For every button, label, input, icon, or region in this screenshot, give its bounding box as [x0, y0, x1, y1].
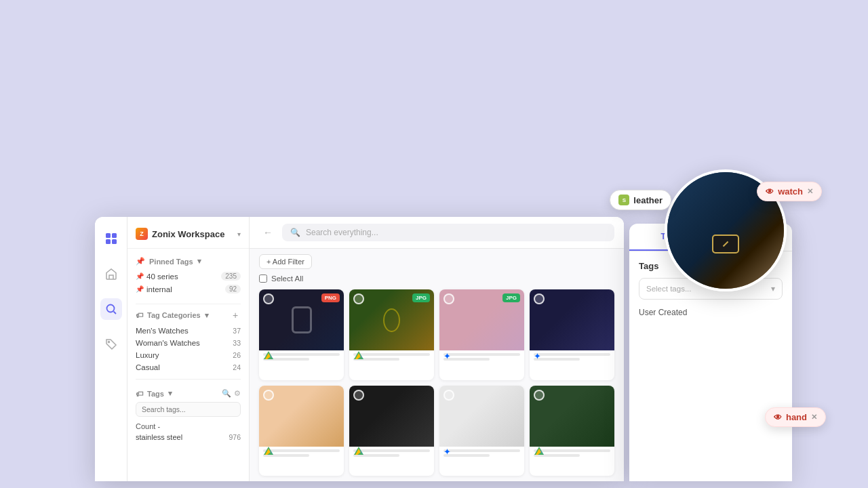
back-button[interactable]: ←: [259, 226, 277, 239]
category-casual[interactable]: Casual 24: [127, 361, 249, 373]
eye-icon-watch: 👁: [766, 187, 774, 197]
close-watch-tag[interactable]: ✕: [807, 187, 813, 196]
pinned-item-40series[interactable]: 📌 40 series 235: [136, 270, 241, 283]
nav-search-icon[interactable]: [100, 298, 122, 320]
user-created-label: User Created: [639, 308, 783, 317]
tags-header: 🏷 Tags ▾ 🔍 ⚙: [136, 389, 241, 398]
dropbox-icon-7: ✦: [443, 447, 451, 457]
search-tags-icon[interactable]: 🔍: [222, 389, 231, 398]
select-checkbox-1[interactable]: [263, 293, 274, 304]
svg-rect-3: [112, 239, 117, 244]
select-checkbox-2[interactable]: [353, 293, 364, 304]
divider-1: [136, 304, 241, 304]
select-checkbox-8[interactable]: [534, 390, 545, 401]
image-card-3[interactable]: JPG ✦: [439, 289, 524, 380]
image-card-5[interactable]: [259, 386, 344, 476]
select-checkbox-7[interactable]: [443, 390, 454, 401]
workspace-chevron-icon: ▾: [237, 230, 241, 238]
dropbox-icon-4: ✦: [534, 351, 541, 361]
format-badge-1: PNG: [321, 293, 340, 302]
drive-icon-2: [353, 350, 364, 361]
select-checkbox-6[interactable]: [353, 390, 364, 401]
filter-row: + Add Filter: [250, 249, 624, 274]
select-checkbox-3[interactable]: [443, 293, 454, 304]
svg-point-4: [106, 305, 114, 312]
search-bar: ← 🔍 Search everything...: [250, 217, 624, 249]
select-checkbox-4[interactable]: [534, 293, 545, 304]
pinned-tags-header[interactable]: 📌 Pinned Tags ▾: [136, 257, 241, 266]
image-card-6[interactable]: [349, 386, 434, 476]
main-content: ← 🔍 Search everything... + Add Filter Se…: [250, 217, 624, 481]
close-hand-tag[interactable]: ✕: [811, 413, 817, 422]
app-window: Z Zonix Workspace ▾ 📌 Pinned Tags ▾ 📌 40…: [95, 217, 624, 481]
drive-icon-6: [353, 446, 364, 457]
workspace-header[interactable]: Z Zonix Workspace ▾: [127, 225, 249, 249]
add-filter-button[interactable]: + Add Filter: [259, 254, 312, 269]
category-womens[interactable]: Woman's Watches 33: [127, 337, 249, 349]
pinned-item-internal[interactable]: 📌 internal 92: [136, 283, 241, 296]
drive-icon-1: [263, 350, 274, 361]
shopify-icon: S: [618, 195, 629, 205]
eye-icon-hand: 👁: [774, 413, 782, 422]
category-mens[interactable]: Men's Watches 37: [127, 325, 249, 337]
image-card-4[interactable]: ✦: [530, 289, 614, 380]
nav-grid-icon[interactable]: [100, 228, 122, 249]
search-placeholder: Search everything...: [306, 228, 606, 237]
pin-icon-2: 📌: [136, 285, 144, 293]
image-card-1[interactable]: PNG: [259, 289, 344, 380]
svg-rect-0: [106, 233, 111, 238]
search-input-wrap[interactable]: 🔍 Search everything...: [282, 224, 614, 241]
pinned-tags-section: 📌 Pinned Tags ▾ 📌 40 series 235 📌 intern…: [127, 254, 249, 298]
search-tags-input[interactable]: [136, 402, 241, 417]
tag-categories-header[interactable]: 🏷 Tag Categories ▾ +: [127, 310, 249, 325]
stainless-item[interactable]: stainless steel 976: [136, 432, 241, 443]
format-badge-2: JPG: [412, 293, 430, 302]
workspace-icon: Z: [136, 228, 148, 240]
category-luxury[interactable]: Luxury 26: [127, 349, 249, 361]
card-meta-4: [530, 350, 614, 365]
drive-icon-8: [534, 446, 545, 457]
select-all-checkbox[interactable]: [259, 274, 267, 283]
workspace-name-label: Zonix Workspace: [152, 229, 224, 239]
card-meta-3: [439, 350, 524, 365]
tag-watch-bubble[interactable]: 👁 watch ✕: [757, 182, 822, 201]
image-card-8[interactable]: [530, 386, 614, 476]
tag-hand-bubble[interactable]: 👁 hand ✕: [765, 407, 826, 427]
nav-tag-icon[interactable]: [100, 333, 122, 355]
svg-rect-2: [106, 239, 111, 244]
svg-point-5: [108, 342, 109, 343]
card-meta-7: [439, 447, 524, 462]
settings-tags-icon[interactable]: ⚙: [234, 389, 241, 398]
nav-home-icon[interactable]: [100, 263, 122, 285]
image-card-2[interactable]: JPG: [349, 289, 434, 380]
nav-sidebar: [95, 217, 127, 481]
count-row[interactable]: Count -: [136, 421, 241, 432]
pin-icon: 📌: [136, 272, 144, 280]
tag-leather-bubble[interactable]: S leather: [610, 190, 671, 210]
divider-2: [136, 379, 241, 380]
drive-icon-5: [263, 446, 274, 457]
sidebar: Z Zonix Workspace ▾ 📌 Pinned Tags ▾ 📌 40…: [127, 217, 250, 481]
svg-rect-1: [112, 233, 117, 238]
search-icon: 🔍: [290, 228, 300, 237]
tags-section: 🏷 Tags ▾ 🔍 ⚙ Count - stainless steel 976: [127, 385, 249, 443]
image-card-7[interactable]: ✦: [439, 386, 524, 476]
dropbox-icon-3: ✦: [443, 351, 451, 361]
image-grid: PNG: [250, 287, 624, 481]
select-checkbox-5[interactable]: [263, 390, 274, 401]
select-all-row: Select All: [250, 274, 624, 287]
format-badge-3: JPG: [502, 293, 520, 302]
add-category-icon[interactable]: +: [230, 310, 241, 321]
